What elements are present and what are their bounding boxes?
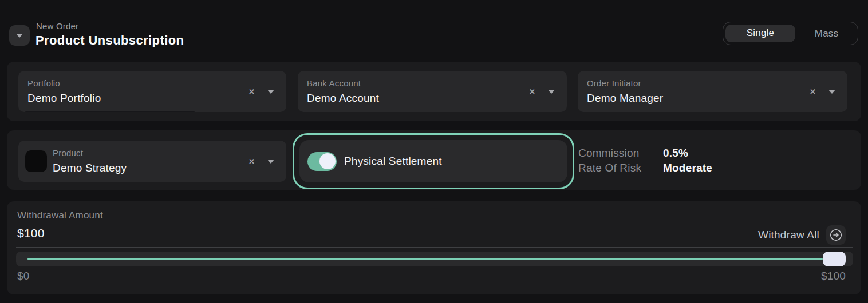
chevron-down-icon[interactable] — [267, 160, 274, 164]
new-order-screen: New Order Product Unsubscription Single … — [0, 0, 868, 303]
withdrawal-slider[interactable] — [16, 252, 853, 266]
clear-icon[interactable]: ✕ — [248, 158, 255, 165]
bank-account-value: Demo Account — [307, 92, 379, 105]
rate-of-risk-value: Moderate — [663, 162, 712, 174]
clear-icon[interactable]: ✕ — [529, 88, 535, 95]
input-underline — [25, 111, 195, 112]
withdraw-all-label: Withdraw All — [758, 229, 819, 241]
slider-max-label: $100 — [821, 270, 846, 282]
divider — [16, 247, 853, 248]
chevron-down-icon[interactable] — [828, 90, 835, 94]
bank-account-select[interactable]: Bank Account Demo Account ✕ — [298, 71, 567, 112]
physical-settlement-toggle[interactable] — [307, 152, 337, 171]
portfolio-select[interactable]: Portfolio Demo Portfolio ✕ — [18, 71, 286, 112]
rate-of-risk-label: Rate Of Risk — [578, 162, 656, 174]
toggle-knob — [319, 153, 336, 169]
product-value: Demo Strategy — [53, 162, 127, 174]
mode-single-tab[interactable]: Single — [725, 25, 795, 42]
physical-settlement-label: Physical Settlement — [344, 155, 442, 168]
clear-icon[interactable]: ✕ — [248, 88, 255, 95]
withdrawal-panel: Withdrawal Amount $100 Withdraw All $0 $… — [7, 201, 861, 294]
commission-risk-stats: Commission 0.5% Rate Of Risk Moderate — [578, 147, 712, 174]
commission-label: Commission — [578, 147, 656, 159]
chevron-down-icon — [16, 34, 23, 38]
order-initiator-select[interactable]: Order Initiator Demo Manager ✕ — [578, 71, 847, 112]
chevron-down-icon[interactable] — [548, 90, 555, 94]
chevron-down-icon[interactable] — [267, 90, 274, 94]
withdraw-all-button[interactable]: Withdraw All — [758, 225, 846, 245]
order-eyebrow: New Order — [36, 21, 78, 31]
product-avatar — [25, 150, 47, 172]
withdrawal-amount-label: Withdrawal Amount — [17, 210, 103, 221]
product-label: Product — [53, 148, 83, 158]
portfolio-label: Portfolio — [27, 78, 60, 88]
bank-account-label: Bank Account — [307, 78, 361, 88]
selectors-panel: Portfolio Demo Portfolio ✕ Bank Account … — [7, 62, 861, 121]
withdrawal-amount-input[interactable]: $100 — [17, 226, 45, 240]
page-title: Product Unsubscription — [35, 33, 184, 48]
product-panel: Product Demo Strategy ✕ Physical Settlem… — [7, 130, 861, 190]
product-select[interactable]: Product Demo Strategy ✕ — [18, 141, 286, 182]
mode-mass-tab[interactable]: Mass — [795, 22, 858, 45]
slider-handle[interactable] — [823, 252, 846, 266]
arrow-right-circle-icon[interactable] — [826, 225, 846, 245]
portfolio-value: Demo Portfolio — [27, 92, 101, 105]
order-mode-toggle: Single Mass — [723, 22, 858, 45]
order-initiator-label: Order Initiator — [587, 78, 641, 88]
slider-min-label: $0 — [17, 270, 30, 282]
commission-value: 0.5% — [663, 147, 712, 159]
slider-track-fill — [27, 258, 823, 260]
clear-icon[interactable]: ✕ — [810, 88, 816, 95]
order-initiator-value: Demo Manager — [587, 92, 663, 105]
collapse-order-type-button[interactable] — [9, 25, 30, 46]
physical-settlement-field[interactable]: Physical Settlement — [299, 140, 567, 182]
